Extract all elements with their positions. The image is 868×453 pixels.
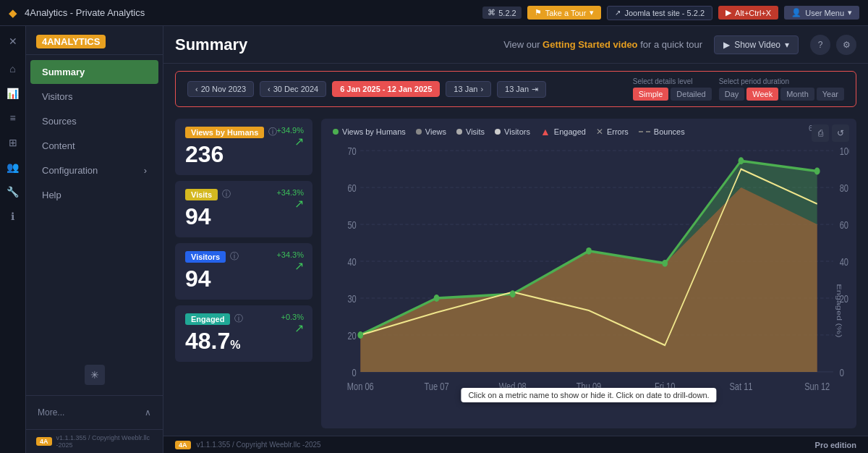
sidebar-item-summary[interactable]: Summary (30, 60, 158, 84)
sidebar-item-sources[interactable]: Sources (30, 109, 158, 133)
svg-text:60: 60 (347, 183, 356, 195)
legend-dot (416, 129, 422, 135)
dash-icon (639, 131, 650, 132)
icon-bar: ✕ ⌂ 📊 ≡ ⊞ 👥 🔧 ℹ (0, 26, 26, 453)
info-icon[interactable]: ℹ (2, 206, 24, 227)
chart-icon[interactable]: 📊 (2, 82, 24, 104)
svg-point-29 (814, 168, 820, 175)
footer-logo-small: 4A (175, 441, 191, 449)
arrow-up-icon: ↗ (276, 197, 304, 211)
legend-visitors[interactable]: Visitors (495, 127, 530, 136)
user-icon: 👤 (791, 8, 801, 17)
engaged-info[interactable]: ⓘ (234, 313, 243, 325)
svg-text:20: 20 (347, 330, 356, 342)
close-icon[interactable]: ✕ (2, 30, 24, 52)
arrow-up-icon: ↗ (276, 259, 304, 273)
chevron-left-icon: ‹ (195, 85, 198, 93)
wrench-icon[interactable]: 🔧 (2, 181, 24, 203)
visitors-info[interactable]: ⓘ (230, 250, 239, 263)
legend-dot (333, 129, 339, 135)
chart-tooltip: Click on a metric name to show or hide i… (461, 388, 716, 402)
header-icons: ? ⚙ (810, 35, 856, 55)
metric-visitors: Visitors ⓘ 94 +34.3% ↗ (175, 243, 312, 300)
footer-left: 4A v1.1.1.355 / Copyright Weeblr.llc -20… (175, 441, 321, 449)
date-controls: ‹ 20 Nov 2023 ‹ 30 Dec 2024 6 Jan 2025 -… (175, 71, 856, 107)
legend-bounces[interactable]: Bounces (639, 127, 685, 136)
shortcut-button[interactable]: ▶ Alt+Ctrl+X (718, 6, 778, 20)
detail-simple-button[interactable]: Simple (633, 88, 669, 101)
home-icon[interactable]: ⌂ (2, 58, 24, 80)
getting-started-link[interactable]: Getting Started video (542, 39, 637, 50)
svg-text:40.0: 40.0 (840, 256, 849, 268)
date-next2-button[interactable]: 13 Jan ⇥ (497, 81, 546, 98)
snowflake-button[interactable]: ✳ (85, 365, 105, 385)
legend-views[interactable]: Views (416, 127, 446, 136)
show-video-button[interactable]: ▶ Show Video ▾ (714, 35, 799, 54)
cmd-icon: ⌘ (488, 8, 495, 17)
print-button[interactable]: ⎙ (812, 124, 829, 142)
period-week-button[interactable]: Week (746, 88, 778, 101)
svg-text:0: 0 (840, 367, 844, 378)
detail-detailed-button[interactable]: Detailed (671, 88, 711, 101)
refresh-button[interactable]: ↺ (832, 124, 849, 142)
legend-visits[interactable]: Visits (456, 127, 485, 136)
logo-badge: 4ANALYTICS (36, 35, 106, 48)
main-content: Summary View our Getting Started video f… (163, 26, 868, 453)
external-link-icon: ↗ (615, 9, 621, 17)
date-prev2-button[interactable]: ‹ 30 Dec 2024 (260, 81, 326, 97)
svg-text:100.0: 100.0 (840, 146, 849, 158)
sidebar-bottom: More... ∧ (26, 395, 163, 429)
more-button[interactable]: More... ∧ (26, 402, 163, 423)
content-area: Views by Humans ⓘ 236 +34.9% ↗ Visits ⓘ … (163, 111, 868, 436)
take-tour-button[interactable]: ⚑ Take a Tour ▾ (527, 6, 602, 20)
pro-edition-label: Pro edition (815, 441, 856, 449)
legend-engaged[interactable]: ▲ Engaged (540, 126, 586, 137)
svg-text:Engaged (%): Engaged (%) (836, 284, 843, 337)
sidebar-item-configuration[interactable]: Configuration › (30, 158, 158, 182)
chart-legend: Views by Humans Views Visits Visitors (321, 119, 856, 140)
legend-dot (495, 129, 501, 135)
period-year-button[interactable]: Year (817, 88, 844, 101)
period-month-button[interactable]: Month (780, 88, 814, 101)
svg-text:Mon 06: Mon 06 (347, 381, 374, 393)
flag-icon: ⚑ (535, 8, 542, 17)
svg-point-24 (434, 295, 440, 302)
views-by-humans-badge: Views by Humans (185, 127, 264, 138)
date-prev1-button[interactable]: ‹ 20 Nov 2023 (187, 81, 254, 97)
sidebar-nav: Summary Visitors Sources Content Configu… (26, 55, 163, 355)
svg-text:50: 50 (347, 219, 356, 231)
sidebar-item-visitors[interactable]: Visitors (30, 85, 158, 109)
date-next1-button[interactable]: 13 Jan › (446, 81, 491, 97)
period-day-button[interactable]: Day (719, 88, 745, 101)
visitors-badge: Visitors (185, 251, 226, 263)
metric-views-by-humans: Views by Humans ⓘ 236 +34.9% ↗ (175, 119, 312, 175)
settings-icon[interactable]: ⚙ (836, 35, 856, 55)
footer-text: v1.1.1.355 / Copyright Weeblr.llc -2025 (197, 441, 321, 449)
puzzle-icon[interactable]: ⊞ (2, 132, 24, 153)
sidebar-item-help[interactable]: Help (30, 183, 158, 207)
engaged-badge: Engaged (185, 313, 230, 325)
views-by-humans-change: +34.9% ↗ (276, 126, 304, 148)
metrics-column: Views by Humans ⓘ 236 +34.9% ↗ Visits ⓘ … (175, 119, 312, 428)
people-icon[interactable]: 👥 (2, 156, 24, 178)
chevron-left-icon: ‹ (268, 85, 271, 93)
user-menu-button[interactable]: 👤 User Menu ▾ (784, 6, 859, 20)
chevron-down-icon: ▾ (785, 40, 789, 50)
svg-text:0: 0 (352, 367, 357, 378)
sidebar: 4ANALYTICS Summary Visitors Sources Cont… (26, 26, 163, 453)
help-circle-icon[interactable]: ? (810, 35, 830, 55)
date-current-button[interactable]: 6 Jan 2025 - 12 Jan 2025 (332, 81, 440, 97)
chevron-right-icon: › (480, 85, 483, 93)
svg-point-25 (510, 290, 516, 297)
metric-visits: Visits ⓘ 94 +34.3% ↗ (175, 181, 312, 237)
svg-text:Tue 07: Tue 07 (425, 381, 449, 393)
visits-info[interactable]: ⓘ (222, 188, 231, 200)
legend-views-by-humans[interactable]: Views by Humans (333, 127, 406, 136)
joomla-site-button[interactable]: ↗ Joomla test site - 5.2.2 (607, 6, 712, 20)
svg-text:80.0: 80.0 (840, 183, 849, 195)
sidebar-footer: 4A v1.1.1.355 / Copyright Weeblr.llc -20… (26, 429, 163, 453)
list-icon[interactable]: ≡ (2, 107, 24, 129)
legend-errors[interactable]: ✕ Errors (596, 127, 629, 137)
sidebar-item-content[interactable]: Content (30, 134, 158, 158)
play-icon: ▶ (726, 8, 731, 17)
